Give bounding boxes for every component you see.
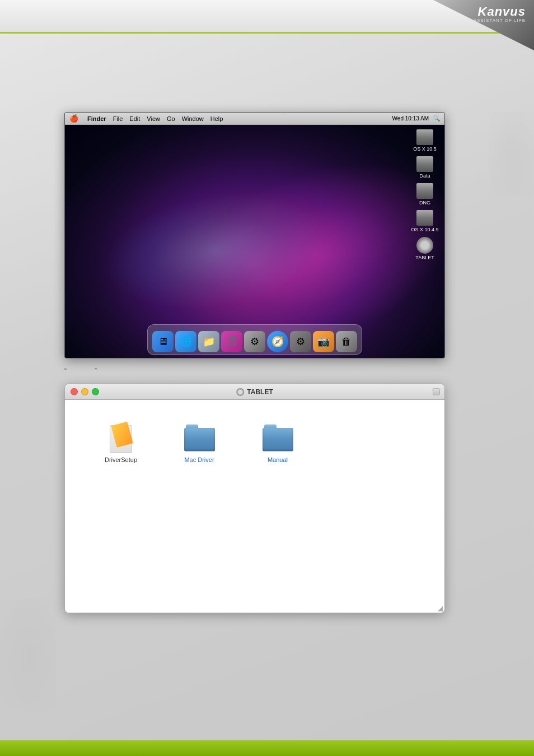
manual-label: Manual <box>268 456 288 463</box>
maximize-button[interactable] <box>92 388 99 395</box>
manual-icon <box>263 422 293 453</box>
clock: Wed 10:13 AM <box>392 115 429 122</box>
finder-window-title: TABLET <box>247 388 273 396</box>
mac-screenshot: 🍎 Finder File Edit View Go Window Help W… <box>64 112 445 358</box>
apple-menu[interactable]: 🍎 <box>69 114 78 123</box>
driversetup-label: DriverSetup <box>105 456 137 463</box>
menu-help[interactable]: Help <box>210 115 223 122</box>
dock-world[interactable]: 🌐 <box>175 331 196 352</box>
brand-tagline: ASSISTANT OF LIFE <box>474 18 526 23</box>
finder-content: DriverSetup Mac Driver <box>65 400 444 613</box>
search-icon[interactable]: 🔍 <box>433 115 440 122</box>
menubar-right: Wed 10:13 AM 🔍 <box>392 115 440 122</box>
os1049-icon <box>416 210 433 226</box>
file-item-macdriver[interactable]: Mac Driver <box>177 422 222 463</box>
dock-cog[interactable]: ⚙ <box>244 331 265 352</box>
folder-body <box>184 428 215 451</box>
dock-trash[interactable]: 🗑 <box>336 331 357 352</box>
dock-settings[interactable]: ⚙ <box>290 331 311 352</box>
minimize-button[interactable] <box>81 388 88 395</box>
logo-area: Kanvus ASSISTANT OF LIFE <box>433 0 534 50</box>
installer-icon-img <box>107 422 135 453</box>
menu-finder[interactable]: Finder <box>87 115 106 122</box>
finder-items: DriverSetup Mac Driver <box>82 411 428 474</box>
mac-dock: 🖥 🌐 📁 🎵 ⚙ 🧭 ⚙ 📷 🗑 <box>147 324 362 355</box>
menu-file[interactable]: File <box>113 115 123 122</box>
mac-menubar: 🍎 Finder File Edit View Go Window Help W… <box>65 113 444 125</box>
menu-go[interactable]: Go <box>167 115 175 122</box>
file-item-manual[interactable]: Manual <box>255 422 300 463</box>
tablet-icon <box>416 237 433 254</box>
folder-icon-manual <box>263 424 293 451</box>
dock-photo[interactable]: 📷 <box>313 331 334 352</box>
tablet-label: TABLET <box>415 255 434 260</box>
dock-folder[interactable]: 📁 <box>198 331 219 352</box>
dock-itunes[interactable]: 🎵 <box>221 331 242 352</box>
finder-title: TABLET <box>236 388 273 396</box>
macdriver-icon <box>184 422 215 453</box>
window-buttons <box>71 388 99 395</box>
dng-label: DNG <box>419 200 430 206</box>
os1049-label: OS X 10.4.9 <box>411 227 438 232</box>
menu-window[interactable]: Window <box>182 115 204 122</box>
cd-icon-small <box>236 388 244 396</box>
os105-icon <box>416 129 433 145</box>
dock-finder[interactable]: 🖥 <box>152 331 174 352</box>
bg-figure-left <box>0 599 56 711</box>
quote-text: “ ” <box>64 367 97 375</box>
bottom-bar <box>0 740 534 756</box>
aurora-effect <box>65 125 444 358</box>
resize-button[interactable] <box>433 388 440 395</box>
menu-view[interactable]: View <box>147 115 160 122</box>
resize-handle[interactable]: ◢ <box>435 604 444 613</box>
file-item-driversetup[interactable]: DriverSetup <box>99 422 143 463</box>
menu-edit[interactable]: Edit <box>129 115 140 122</box>
desktop-icon-dng[interactable]: DNG <box>408 181 442 207</box>
data-icon <box>416 156 433 172</box>
folder-body-manual <box>263 428 293 451</box>
dng-icon <box>416 183 433 199</box>
dock-safari[interactable]: 🧭 <box>267 331 288 352</box>
desktop-icon-os1049[interactable]: OS X 10.4.9 <box>408 208 442 234</box>
desktop-icon-tablet[interactable]: TABLET <box>408 235 442 262</box>
desktop-icon-data[interactable]: Data <box>408 155 442 180</box>
bg-figure-right <box>489 112 534 196</box>
finder-window: TABLET DriverSetup <box>64 384 445 613</box>
brand-name: Kanvus <box>478 4 526 19</box>
quote-open: “ <box>64 367 67 375</box>
os105-label: OS X 10.5 <box>413 146 437 152</box>
macdriver-label: Mac Driver <box>184 456 214 463</box>
close-button[interactable] <box>71 388 78 395</box>
mac-desktop: OS X 10.5 Data DNG OS X 10.4.9 TABLET 🖥 <box>65 125 444 358</box>
quote-close: ” <box>95 367 97 375</box>
desktop-icon-os105[interactable]: OS X 10.5 <box>408 128 442 153</box>
driversetup-icon <box>106 422 137 453</box>
desktop-sidebar-icons: OS X 10.5 Data DNG OS X 10.4.9 TABLET <box>408 128 442 262</box>
finder-titlebar: TABLET <box>65 384 444 400</box>
data-label: Data <box>419 173 430 179</box>
folder-icon-macdriver <box>184 424 215 451</box>
